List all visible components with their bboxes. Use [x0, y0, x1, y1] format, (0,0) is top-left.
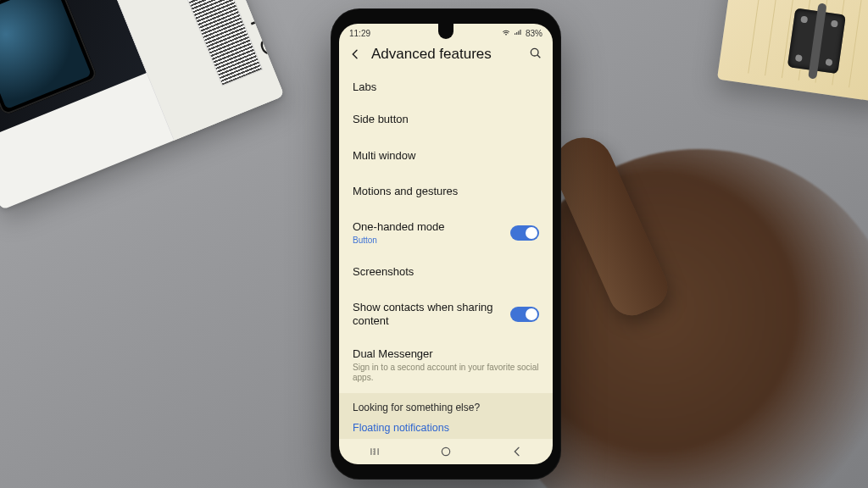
item-screenshots[interactable]: Screenshots: [339, 256, 553, 288]
item-show-contacts-sharing[interactable]: Show contacts when sharing content: [339, 291, 553, 338]
page-header: Advanced features: [339, 42, 553, 71]
item-label: Multi window: [353, 149, 539, 163]
item-label: Screenshots: [353, 265, 539, 279]
phone-screen: 11:29 83% Advanced features: [339, 24, 553, 464]
signal-icon: [514, 29, 522, 37]
wifi-icon: [502, 29, 510, 37]
svg-point-1: [442, 447, 449, 455]
page-title: Advanced features: [371, 46, 520, 63]
scene: SAMSUNG Galaxy A06 11:29: [0, 0, 868, 488]
status-battery: 83%: [526, 29, 542, 38]
phone-device: 11:29 83% Advanced features: [331, 8, 561, 480]
settings-list: Labs Side button Multi window Motions an…: [339, 71, 553, 439]
wood-block: [717, 0, 868, 103]
item-multi-window[interactable]: Multi window: [339, 140, 553, 172]
item-dual-messenger[interactable]: Dual Messenger Sign in to a second accou…: [339, 338, 553, 393]
search-button[interactable]: [529, 47, 544, 62]
nav-back-button[interactable]: [500, 445, 534, 458]
one-handed-toggle[interactable]: [510, 225, 539, 241]
item-label: One-handed mode Button: [353, 220, 502, 247]
item-labs[interactable]: Labs: [339, 71, 553, 103]
nav-home-button[interactable]: [429, 445, 463, 458]
camera-notch: [438, 24, 453, 39]
svg-point-0: [531, 48, 538, 56]
product-box: SAMSUNG Galaxy A06: [0, 0, 285, 210]
item-label: Side button: [353, 113, 539, 126]
item-sublabel: Button: [353, 236, 502, 247]
item-description: Sign in to a second account in your favo…: [353, 363, 539, 384]
item-label: Dual Messenger Sign in to a second accou…: [353, 347, 539, 384]
status-time: 11:29: [349, 29, 370, 38]
back-button[interactable]: [348, 47, 363, 62]
footer-link-floating-notifications[interactable]: Floating notifications: [353, 422, 539, 434]
item-one-handed-mode[interactable]: One-handed mode Button: [339, 211, 553, 256]
box-phone-illustration: [0, 0, 98, 116]
item-label: Motions and gestures: [353, 185, 539, 198]
hinge: [787, 8, 846, 75]
footer-card: Looking for something else? Floating not…: [339, 393, 553, 439]
item-side-button[interactable]: Side button: [339, 103, 553, 136]
share-contacts-toggle[interactable]: [510, 307, 539, 322]
item-motions-gestures[interactable]: Motions and gestures: [339, 175, 553, 208]
item-label: Labs: [353, 80, 539, 94]
nav-recents-button[interactable]: [358, 446, 392, 458]
nav-bar: [339, 439, 553, 464]
footer-prompt: Looking for something else?: [353, 402, 539, 413]
item-label: Show contacts when sharing content: [353, 301, 502, 329]
